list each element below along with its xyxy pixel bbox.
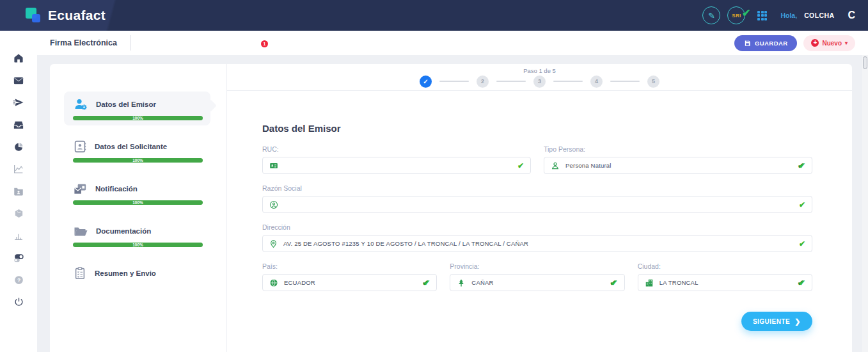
id-card-icon	[269, 161, 278, 170]
valid-check-icon: ✔	[799, 239, 805, 248]
pais-value: ECUADOR	[284, 279, 416, 286]
pie-chart-icon[interactable]	[0, 136, 37, 158]
panel-item-label: Resumen y Envio	[95, 269, 156, 277]
power-icon[interactable]	[0, 291, 37, 314]
plus-icon: +	[811, 39, 819, 47]
username-text[interactable]: COLCHA	[804, 12, 834, 19]
hexagon-icon[interactable]	[0, 202, 37, 225]
razon-social-label: Razón Social	[262, 184, 812, 192]
step-4[interactable]: 4	[590, 76, 603, 88]
ruc-field[interactable]: ✔	[262, 157, 531, 174]
tipo-persona-label: Tipo Persona:	[544, 145, 812, 153]
double-check-icon: ✔✔	[610, 278, 618, 287]
scrollbar-thumb[interactable]	[863, 56, 867, 69]
tipo-persona-value: Persona Natural	[565, 162, 792, 169]
mail-icon[interactable]	[0, 70, 37, 92]
home-icon[interactable]	[0, 47, 37, 70]
ciudad-value: LA TRONCAL	[659, 279, 792, 286]
open-folder-icon	[73, 223, 88, 239]
step-connector	[553, 81, 583, 82]
reports-icon[interactable]	[0, 225, 37, 247]
form-title: Datos del Emisor	[262, 123, 812, 134]
step-connector	[439, 81, 469, 82]
step-1-done[interactable]: ✓	[420, 76, 432, 88]
globe-icon	[269, 278, 278, 287]
inbox-icon[interactable]	[0, 114, 37, 136]
person-circle-icon	[269, 200, 278, 209]
sri-status-icon[interactable]: SRI ✔	[727, 6, 745, 24]
toggle-icon[interactable]	[0, 246, 37, 269]
sri-check-icon: ✔	[742, 7, 750, 19]
provincia-value: CAÑAR	[471, 279, 604, 286]
pais-label: País:	[262, 262, 437, 270]
notification-badge: 1	[261, 40, 268, 47]
step-connector	[496, 81, 526, 82]
apps-grid-icon[interactable]	[757, 11, 767, 20]
help-icon[interactable]: ?	[0, 269, 37, 291]
progress-bar-documentacion: 100%	[73, 243, 203, 247]
progress-bar-datos-emisor: 100%	[73, 116, 203, 120]
brand-logo[interactable]: Ecuafact	[26, 7, 106, 24]
ciudad-label: Ciudad:	[638, 262, 812, 270]
send-icon[interactable]	[0, 92, 37, 114]
page-scrollbar[interactable]	[862, 55, 868, 352]
signature-note-icon[interactable]: ✎	[702, 6, 720, 24]
page-toolbar: Firma Electrónica 1 GUARDAR + Nuevo ▾	[37, 31, 868, 55]
svg-text:?: ?	[17, 276, 20, 283]
active-arrow	[204, 99, 217, 112]
double-check-icon: ✔✔	[422, 278, 430, 287]
form-panel: Paso 1 de 5 ✓ 2 3 4 5 Datos del Emisor R…	[227, 64, 852, 352]
step-connector	[610, 81, 640, 82]
sri-label: SRI	[732, 13, 741, 19]
notification-mail-icon	[73, 182, 88, 196]
progress-bar-datos-solicitante: 100%	[73, 158, 203, 163]
avatar[interactable]: C	[848, 10, 855, 21]
clients-folder-icon[interactable]	[0, 180, 37, 203]
next-button[interactable]: SIGUIENTE ❯	[741, 312, 812, 331]
progress-bar-notificacion: 100%	[73, 200, 203, 205]
pais-field[interactable]: ECUADOR ✔✔	[262, 274, 437, 291]
new-button[interactable]: + Nuevo ▾	[803, 35, 855, 51]
panel-item-label: Datos del Solicitante	[95, 143, 167, 150]
save-icon	[744, 40, 751, 47]
panel-item-resumen-envio[interactable]: Resumen y Envio	[64, 260, 210, 286]
panel-item-label: Notificación	[95, 185, 138, 193]
contact-card-icon	[73, 140, 87, 154]
summary-clipboard-icon	[73, 266, 87, 280]
greeting-text: Hola,	[780, 12, 797, 19]
panel-item-datos-emisor[interactable]: Datos del Emisor 100%	[64, 92, 210, 125]
chevron-right-icon: ❯	[794, 317, 801, 326]
line-chart-icon[interactable]	[0, 158, 37, 180]
panel-item-notificacion[interactable]: Notificación 100%	[64, 176, 210, 210]
main-card: Datos del Emisor 100% Datos del Solicita…	[50, 64, 852, 352]
top-header: Ecuafact ✎ SRI ✔ Hola, COLCHA C	[0, 0, 868, 31]
double-check-icon: ✔✔	[798, 278, 805, 287]
panel-item-datos-solicitante[interactable]: Datos del Solicitante 100%	[64, 134, 210, 168]
panel-item-label: Datos del Emisor	[96, 100, 156, 108]
panel-item-documentacion[interactable]: Documentación 100%	[64, 218, 210, 252]
valid-check-icon: ✔	[517, 161, 524, 170]
save-button[interactable]: GUARDAR	[734, 35, 797, 51]
brand-name: Ecuafact	[48, 8, 106, 23]
tree-icon	[457, 278, 466, 287]
wizard-steps-panel: Datos del Emisor 100% Datos del Solicita…	[50, 64, 227, 352]
tab-firma-electronica[interactable]: Firma Electrónica	[37, 35, 130, 51]
tipo-persona-field[interactable]: Persona Natural ✔✔	[544, 157, 812, 174]
step-2[interactable]: 2	[477, 76, 489, 88]
person-icon	[551, 161, 560, 170]
panel-item-label: Documentación	[96, 227, 151, 235]
ciudad-field[interactable]: LA TRONCAL ✔✔	[638, 274, 812, 291]
provincia-field[interactable]: CAÑAR ✔✔	[450, 274, 624, 291]
emitter-user-gear-icon	[73, 97, 88, 112]
building-icon	[645, 278, 654, 287]
step-5[interactable]: 5	[647, 76, 659, 88]
direccion-label: Dirección	[262, 223, 812, 231]
razon-social-field[interactable]: ✔	[262, 196, 812, 213]
double-check-icon: ✔✔	[798, 161, 805, 170]
direccion-value: AV. 25 DE AGOSTO #1235 Y 10 DE AGOSTO / …	[283, 240, 793, 247]
map-pin-icon	[269, 239, 278, 248]
step-3[interactable]: 3	[533, 76, 546, 88]
main-sidebar: ?	[0, 31, 37, 352]
ruc-label: RUC:	[262, 145, 531, 153]
direccion-field[interactable]: AV. 25 DE AGOSTO #1235 Y 10 DE AGOSTO / …	[262, 235, 812, 252]
